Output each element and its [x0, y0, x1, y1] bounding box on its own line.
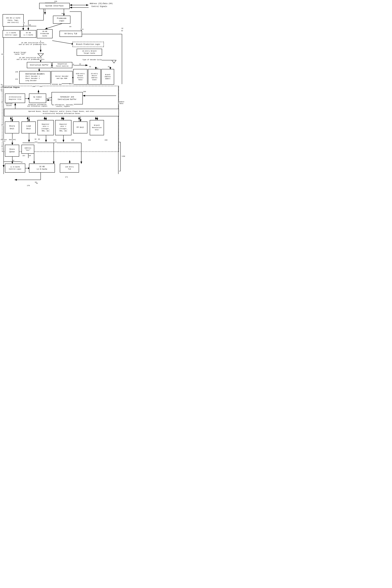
fp-unit-box: FP Unit [73, 122, 88, 133]
label-data-64-store: Data(64) [9, 139, 16, 141]
svg-line-11 [45, 23, 63, 29]
label-cache-hit: Branch Target Cache "Hit" [14, 52, 26, 55]
label-154: 154 [54, 139, 56, 141]
reg-unit-y-box: Register Unit Y (Integer, MMX, 3D) [55, 120, 72, 135]
svg-marker-24 [38, 54, 44, 56]
label-120: 120 [54, 0, 57, 2]
tlb-64-box: 64 Entry TLB [60, 31, 82, 37]
branch-addr-adders-label: Branch Address Adders [105, 74, 111, 80]
predecode-cache-box: 20-KB Predecode Cache [37, 29, 52, 38]
arch-reg-file-box: Architectural Register File [5, 94, 25, 103]
label-32-dcache: 32 [20, 161, 22, 163]
label-exec-engine: Execution Engine [3, 86, 20, 88]
instruction-buffer-box: Instruction Buffer [27, 62, 52, 68]
label-32-right: 32 [121, 27, 123, 29]
label-130: 130 [1, 53, 4, 55]
long-decoder: Long Decoder [25, 80, 44, 82]
label-159: 159 [1, 145, 4, 147]
store-queue-label: Store Queue [10, 148, 15, 153]
store-unit-label: Store Unit [9, 125, 15, 130]
diagram-container: 32 32 32 32 [0, 0, 131, 203]
label-op-info: Op information, operands, results, signa… [52, 104, 74, 107]
label-171: 171 [65, 176, 68, 178]
label-32-store-line: 32 [55, 141, 57, 143]
addr-hit-label: Address "Hit" [24, 147, 31, 152]
svg-text:32: 32 [12, 160, 14, 161]
l2-cache-box: 256 KB L2 Cache (Data, Tags, and Control… [2, 14, 24, 26]
reg-unit-x-box: Register Unit X (Integer, MMX, 3D) [38, 120, 54, 135]
label-64-storeq-2: 64 [29, 155, 31, 157]
return-addr-stack-label: 16-entry Return Address Stack [91, 73, 98, 81]
reg-unit-x-label: Register Unit X (Integer, MMX, 3D) [41, 123, 50, 132]
fp-unit-label: FP Unit [77, 126, 84, 129]
label-64-predecode: 64 [62, 13, 64, 14]
predecode-cache-label: 20-KB Predecode Cache [40, 30, 49, 37]
l2-cache-label: 256 KB L2 Cache (Data, Tags, and Control… [6, 17, 20, 24]
l1-dcache-32kb-label: 32 KB L1 D-Cache [37, 166, 47, 171]
branch-addr-adders-box: Branch Address Adders [101, 69, 114, 85]
label-type-decode: Type of Decode Cycle [82, 59, 102, 61]
short-decoder-2: Short Decoder 2 [25, 77, 44, 80]
svg-line-22 [52, 41, 74, 44]
label-16x86-1: 16 x86 instruction bytes and 16 sets of … [18, 42, 47, 45]
branch-history-label: 8192-entry Branch History Table [76, 73, 85, 81]
label-32-seqfetch: 32 [72, 63, 74, 65]
instruction-buffer-label: Instruction Buffer [30, 64, 49, 66]
addr-hit-box: Address "Hit" [22, 145, 34, 154]
label-152: 152 [34, 141, 38, 143]
branch-res-unit-label: Branch Resolution Unit [92, 124, 102, 131]
label-4risc86: 4 RISC86 Ops [50, 84, 62, 85]
reg-unit-y-label: Register Unit Y (Integer, MMX, 3D) [59, 123, 68, 132]
label-exception-info: exception information and termination si… [27, 104, 47, 107]
scheduler-buffer-label: Scheduler and Centralized Buffer [58, 96, 77, 101]
branch-prediction-label: Branch Prediction Logic [76, 43, 100, 46]
label-32-branch-addr: 32 [108, 66, 110, 68]
label-150: ~150 [121, 156, 125, 157]
label-32-addr: 32 [34, 138, 36, 140]
label-142: 142 [71, 83, 74, 85]
vector-decoder-box: Vector Decoder and Ops ROM [51, 71, 72, 84]
l1-dcache-ctrl-box: L1 D-Cache Control Logic [5, 164, 25, 173]
tlb-128-label: 128 Entry TLB [65, 166, 74, 170]
op-commit-box: Op Commit Unit [29, 94, 46, 103]
instr-decoders-content: Instruction Decoders Short Decoder 1 Sho… [25, 73, 44, 82]
operand-buses-label: Operand Buses, Result (Register and/or S… [28, 110, 94, 115]
label-64-left-2: 64 [1, 89, 2, 91]
label-141: 141 [15, 78, 18, 80]
svg-marker-69 [112, 60, 116, 63]
load-unit-box: Load Unit [22, 122, 36, 133]
scheduler-buffer-box: Scheduler and Centralized Buffer [52, 92, 83, 104]
label-155: 155 [71, 139, 74, 141]
instr-decoders-title: Instruction Decoders [25, 73, 44, 75]
tlb-64-label: 64 Entry TLB [64, 33, 77, 35]
label-189: 189 [1, 101, 4, 103]
label-64-addr: 64 [38, 138, 40, 140]
label-190: 190 [32, 86, 35, 87]
l1-icache-ctrl-box: L1 I-Cache Control Logic [2, 30, 20, 38]
svg-text:32: 32 [79, 63, 81, 65]
store-queue-box: Store Queue [5, 145, 19, 157]
label-16x86-2: 16 x86 instruction bytes and 16 sets of … [14, 57, 46, 60]
label-140: 140 [15, 71, 18, 73]
label-170: 170 [27, 185, 30, 187]
arch-reg-file-label: Architectural Register File [9, 96, 21, 100]
system-interface-box: System Interface [39, 3, 70, 9]
label-update-data: update data [118, 101, 124, 104]
label-192: 192 [40, 86, 42, 87]
system-interface-label: System Interface [46, 5, 64, 7]
branch-prediction-box: Branch Prediction Logic [72, 42, 104, 47]
label-64-tlb: 64 [70, 26, 71, 27]
label-addr-32-store: Address (32) [1, 139, 7, 142]
load-unit-label: Load Unit [26, 125, 31, 130]
label-64-l2: 64 [23, 22, 25, 24]
tlb-128-box: 128 Entry TLB [60, 164, 79, 173]
label-153: 153 [1, 124, 4, 126]
l1-icache-64kb-box: 64 KB L1 I-Cache [20, 30, 36, 38]
seq-fetch-box: Sequential Fetch Control [52, 62, 72, 68]
label-156: 156 [88, 139, 91, 141]
label-32-left: 32 [1, 84, 2, 86]
label-64-bottom: 64 [36, 183, 38, 184]
label-32-l2-l1: 32 [28, 25, 30, 27]
label-64-storeq-1: -64- [22, 155, 26, 157]
vector-decoder-label: Vector Decoder and Ops ROM [55, 75, 68, 80]
